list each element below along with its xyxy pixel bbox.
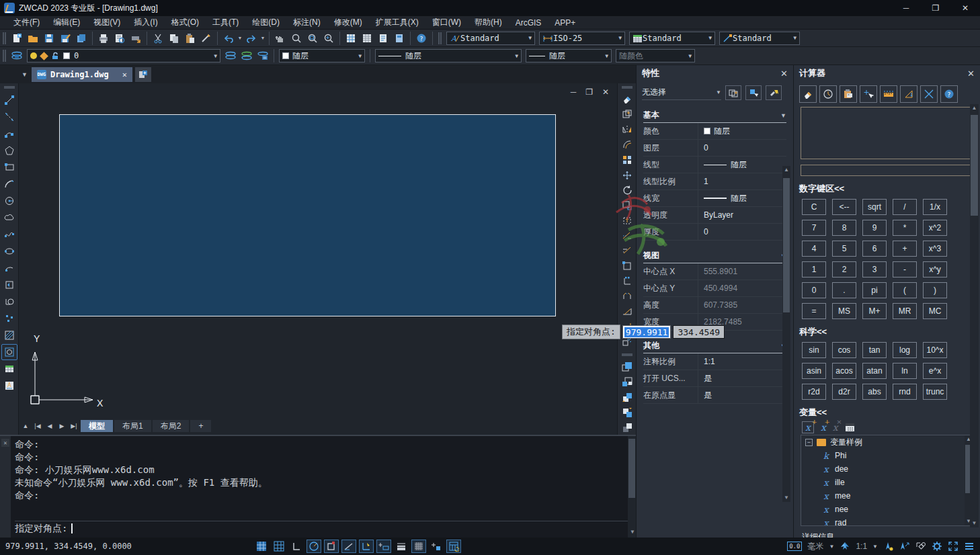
toolbar-grip[interactable]: [438, 32, 442, 44]
designcenter-button[interactable]: [391, 31, 407, 46]
variable-item[interactable]: xmee: [801, 489, 973, 503]
dynamic-input-toggle[interactable]: [376, 540, 391, 553]
break-tool-button[interactable]: [619, 274, 635, 289]
calc-key[interactable]: MR: [893, 303, 917, 319]
calc-key[interactable]: 7: [802, 220, 826, 236]
grid-toggle[interactable]: [272, 540, 286, 553]
drawing-canvas[interactable]: ─ ❐ ✕ Y X ▲ |◀ ◀ ▶ ▶| 模型 布局1 布局2 +: [19, 83, 617, 435]
calc-key[interactable]: 8: [832, 220, 856, 236]
variable-item[interactable]: kPhi: [801, 449, 973, 462]
menu-item[interactable]: APP+: [548, 17, 582, 29]
calc-key[interactable]: 6: [862, 241, 887, 257]
selection-filter-combo[interactable]: 无选择▼: [642, 85, 721, 100]
lengthen-tool-button[interactable]: [619, 228, 635, 243]
bring-to-front-tool-button[interactable]: [619, 359, 635, 374]
menu-item[interactable]: 修改(M): [327, 15, 369, 30]
table-style-combo[interactable]: Standard▼: [629, 32, 715, 45]
point-tool-button[interactable]: [1, 310, 17, 327]
xline-tool-button[interactable]: [1, 109, 17, 125]
calc-key[interactable]: 5: [832, 241, 856, 257]
scrollbar-thumb[interactable]: [628, 439, 635, 498]
property-row[interactable]: 注释比例 1:1: [643, 353, 786, 370]
settings-gear-icon[interactable]: [932, 541, 942, 552]
restore-button[interactable]: ❐: [921, 0, 950, 16]
calc-key[interactable]: asin: [802, 363, 826, 379]
scroll-down-icon[interactable]: ▼: [971, 519, 979, 527]
menu-item[interactable]: 编辑(E): [46, 15, 87, 30]
open-button[interactable]: [25, 31, 41, 46]
bring-above-tool-button[interactable]: [619, 390, 635, 404]
quick-select-button[interactable]: [766, 85, 782, 100]
units-label[interactable]: 毫米: [807, 541, 823, 552]
annotation-scale-value[interactable]: 1:1: [856, 542, 867, 551]
select-objects-button[interactable]: [745, 85, 762, 100]
minimize-button[interactable]: ─: [891, 0, 921, 16]
collapse-icon[interactable]: −: [805, 439, 813, 446]
properties-close-icon[interactable]: ✕: [780, 69, 788, 79]
tabs-expand-button[interactable]: ▲: [20, 421, 31, 431]
variable-item[interactable]: xille: [801, 476, 973, 489]
property-row[interactable]: 在原点显 是: [643, 387, 786, 404]
fullscreen-icon[interactable]: [948, 541, 958, 552]
measure-distance-button[interactable]: [880, 85, 897, 103]
tab-layout2[interactable]: 布局2: [153, 420, 190, 432]
section-other[interactable]: 其他▼: [643, 340, 786, 353]
property-row[interactable]: 打开 UCS... 是: [643, 370, 786, 387]
calc-key[interactable]: sqrt: [862, 199, 887, 215]
selection-cycling-toggle[interactable]: [429, 540, 444, 553]
intersection-button[interactable]: [920, 85, 938, 103]
ellipse-tool-button[interactable]: [1, 243, 17, 259]
calc-key[interactable]: rnd: [893, 384, 917, 400]
rotate-tool-button[interactable]: [619, 183, 635, 198]
calc-key[interactable]: d2r: [832, 384, 856, 400]
menu-item[interactable]: 插入(I): [127, 15, 164, 30]
annotation-monitor-toggle[interactable]: [446, 540, 461, 553]
tab-add-layout[interactable]: +: [190, 420, 211, 432]
scroll-down-icon[interactable]: ▼: [782, 494, 790, 502]
units-dropdown-icon[interactable]: ▼: [829, 544, 834, 550]
plot-button[interactable]: [95, 31, 112, 46]
make-layer-current-button[interactable]: [222, 48, 239, 63]
text-style-combo[interactable]: A Standard▼: [446, 32, 535, 45]
command-dock-strip[interactable]: ✕: [0, 436, 11, 538]
calc-key[interactable]: .: [832, 282, 856, 298]
new-variable-button[interactable]: x+: [802, 421, 814, 433]
transparency-toggle[interactable]: [411, 540, 426, 553]
history-button[interactable]: [819, 85, 837, 103]
menu-item[interactable]: 格式(O): [165, 15, 206, 30]
calc-key[interactable]: e^x: [923, 363, 947, 379]
tab-list-dropdown[interactable]: ▼: [22, 71, 28, 78]
color-combo[interactable]: 随层▼: [279, 49, 365, 62]
next-tab-button[interactable]: ▶: [56, 421, 67, 431]
calculator-scrollbar[interactable]: ▲ ▼: [970, 104, 979, 527]
polar-toggle[interactable]: [307, 540, 321, 553]
calc-key[interactable]: 1/x: [923, 199, 947, 215]
dynamic-input-x-field[interactable]: 979.9911: [622, 325, 671, 339]
menu-item[interactable]: 窗口(W): [425, 15, 468, 30]
dynamic-input-y-field[interactable]: 334.4549: [673, 325, 725, 339]
calc-key[interactable]: =: [802, 303, 826, 319]
scroll-down-icon[interactable]: ▼: [628, 528, 637, 536]
calc-key[interactable]: trunc: [923, 384, 947, 400]
calculator-input[interactable]: [801, 165, 973, 176]
calc-key[interactable]: MC: [923, 303, 947, 319]
calc-key[interactable]: abs: [862, 384, 887, 400]
etransmit-button[interactable]: [73, 31, 89, 46]
undo-button[interactable]: [220, 31, 237, 46]
array-tool-button[interactable]: [619, 153, 635, 167]
properties-scrollbar[interactable]: ▲ ▼: [782, 166, 790, 502]
scrollbar-thumb[interactable]: [971, 115, 978, 216]
menu-item[interactable]: 扩展工具(X): [369, 15, 425, 30]
layer-lock-icon[interactable]: [51, 52, 59, 60]
lineweight-combo[interactable]: 随层▼: [526, 49, 612, 62]
property-row[interactable]: 线型比例 1: [643, 173, 786, 190]
offset-tool-button[interactable]: [619, 138, 635, 153]
polygon-tool-button[interactable]: [1, 142, 17, 159]
scroll-up-icon[interactable]: ▲: [971, 104, 979, 112]
calc-key[interactable]: log: [893, 342, 917, 358]
variables-section-header[interactable]: 变量<<: [799, 407, 980, 419]
property-row[interactable]: 线型 随层: [643, 157, 786, 173]
annotation-visibility-icon[interactable]: [883, 541, 894, 552]
variable-item[interactable]: xnee: [801, 503, 973, 516]
erase-tool-button[interactable]: [619, 92, 635, 107]
